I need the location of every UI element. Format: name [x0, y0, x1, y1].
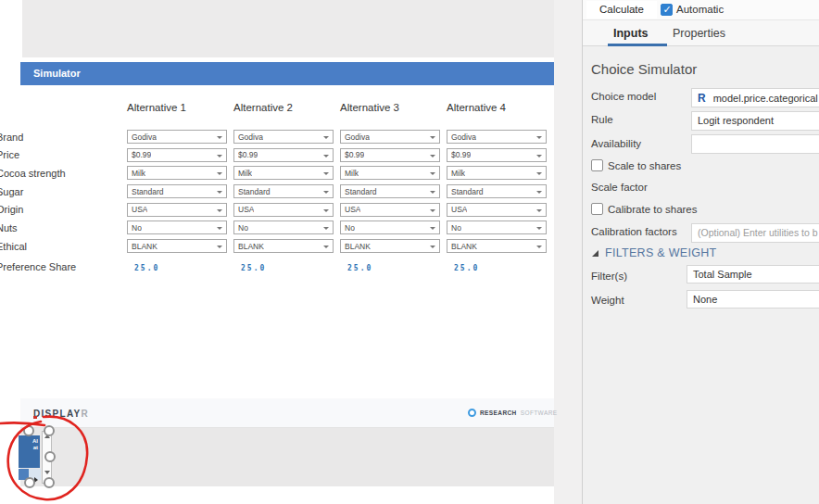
select-value: USA: [345, 205, 360, 214]
brand-select-alt2[interactable]: Godiva: [233, 130, 334, 144]
choice-model-field[interactable]: Rmodel.price.categorical: [691, 88, 819, 107]
chevron-down-icon: [323, 172, 329, 175]
column-header: Alternative 3: [340, 102, 447, 128]
chevron-down-icon: [323, 227, 329, 230]
nuts-select-alt4[interactable]: No: [447, 220, 547, 234]
ethical-select-alt3[interactable]: BLANK: [340, 239, 440, 253]
ethical-select-alt4[interactable]: BLANK: [447, 239, 547, 253]
chevron-down-icon: [217, 191, 222, 194]
brand-select-alt3[interactable]: Godiva: [340, 130, 440, 144]
scale-to-shares-checkbox[interactable]: [591, 159, 603, 171]
origin-select-alt1[interactable]: USA: [127, 203, 227, 217]
select-value: No: [238, 223, 248, 233]
scale-to-shares-row: Scale to shares: [591, 159, 681, 171]
selection-handle[interactable]: [24, 477, 35, 488]
row-label-brand: Brand: [0, 132, 127, 143]
brand-select-alt1[interactable]: Godiva: [127, 130, 227, 144]
tab-inputs[interactable]: Inputs: [613, 27, 649, 40]
weight-value: None: [693, 294, 717, 305]
object-inspector-panel: Calculate Automatic Inputs Properties Ch…: [582, 0, 819, 504]
chevron-down-icon: [323, 209, 329, 212]
row-label-price: Price: [0, 149, 127, 160]
nuts-select-alt3[interactable]: No: [340, 220, 440, 234]
price-select-alt3[interactable]: $0.99: [340, 148, 440, 162]
cocoa-select-alt2[interactable]: Milk: [233, 166, 334, 180]
availability-label: Availability: [591, 138, 641, 149]
sugar-select-alt3[interactable]: Standard: [340, 184, 440, 198]
row-label-preference-share: Preference Share: [0, 256, 127, 272]
chevron-down-icon: [323, 155, 329, 158]
origin-select-alt3[interactable]: USA: [340, 203, 440, 217]
section-title: FILTERS & WEIGHT: [605, 246, 717, 259]
chevron-down-icon: [536, 155, 542, 158]
chevron-down-icon: [430, 246, 435, 248]
scroll-down-icon[interactable]: [44, 471, 50, 474]
chevron-down-icon: [217, 136, 222, 139]
calibrate-to-shares-checkbox[interactable]: [591, 203, 603, 215]
chevron-down-icon: [323, 191, 329, 194]
origin-select-alt4[interactable]: USA: [447, 203, 547, 217]
displayr-logo-r: R: [82, 409, 90, 419]
selection-handle[interactable]: [44, 425, 55, 436]
row-label-ethical: Ethical: [0, 241, 127, 252]
corner-cell: [0, 102, 127, 128]
tab-properties[interactable]: Properties: [673, 27, 725, 40]
active-tab-underline: [608, 44, 667, 46]
mini-table-widget[interactable]: Alat: [19, 435, 40, 468]
nuts-select-alt1[interactable]: No: [127, 220, 227, 234]
brand-select-alt4[interactable]: Godiva: [447, 130, 547, 144]
filters-weight-section-header[interactable]: FILTERS & WEIGHT: [592, 246, 717, 259]
automatic-checkbox[interactable]: [661, 4, 673, 16]
origin-select-alt2[interactable]: USA: [233, 203, 334, 217]
simulator-table: Alternative 1 Alternative 2 Alternative …: [0, 109, 553, 273]
filters-field[interactable]: Total Sample: [687, 265, 819, 284]
selection-handle[interactable]: [44, 451, 56, 462]
select-value: Standard: [132, 187, 164, 196]
calibration-factors-field[interactable]: (Optional) Enter utilities to b: [691, 223, 819, 243]
row-label-sugar: Sugar: [0, 186, 127, 197]
selection-handle[interactable]: [44, 477, 55, 488]
research-label: RESEARCH: [480, 410, 517, 416]
sugar-select-alt4[interactable]: Standard: [447, 184, 547, 198]
chevron-down-icon: [217, 209, 222, 212]
select-value: Milk: [451, 169, 465, 178]
cocoa-select-alt1[interactable]: Milk: [127, 166, 227, 180]
displayr-logo-accent: [33, 416, 37, 419]
calibrate-to-shares-label: Calibrate to shares: [608, 204, 698, 215]
research-software-logo: RESEARCHSOFTWARE: [468, 409, 557, 417]
availability-field[interactable]: [691, 134, 819, 154]
calculate-button[interactable]: Calculate: [586, 1, 657, 19]
preference-share-value-alt1: 25.0: [127, 257, 233, 272]
column-header: Alternative 1: [127, 102, 233, 128]
ethical-select-alt1[interactable]: BLANK: [127, 239, 227, 253]
choice-model-label: Choice model: [591, 91, 656, 102]
select-value: BLANK: [132, 242, 158, 251]
sugar-select-alt2[interactable]: Standard: [233, 184, 334, 198]
select-value: BLANK: [345, 242, 371, 251]
calculate-row: Calculate Automatic: [583, 0, 819, 20]
research-software-icon: [468, 409, 476, 417]
ethical-select-alt2[interactable]: BLANK: [233, 239, 334, 253]
calibrate-to-shares-row: Calibrate to shares: [591, 203, 698, 215]
sugar-select-alt1[interactable]: Standard: [127, 184, 227, 198]
row-label-cocoa: Cocoa strength: [0, 168, 127, 179]
chevron-down-icon: [430, 227, 435, 230]
select-value: Godiva: [238, 132, 263, 142]
canvas-gap-column: [554, 0, 582, 504]
price-select-alt2[interactable]: $0.99: [233, 148, 334, 162]
select-value: Standard: [345, 187, 377, 196]
weight-field[interactable]: None: [687, 290, 819, 309]
chevron-down-icon: [323, 136, 329, 139]
rule-dropdown[interactable]: Logit respondent: [691, 111, 819, 131]
rule-label: Rule: [591, 114, 613, 125]
row-label-origin: Origin: [0, 204, 127, 215]
rule-value: Logit respondent: [698, 115, 774, 126]
cocoa-select-alt4[interactable]: Milk: [447, 166, 547, 180]
price-select-alt4[interactable]: $0.99: [447, 148, 547, 162]
cocoa-select-alt3[interactable]: Milk: [340, 166, 440, 180]
price-select-alt1[interactable]: $0.99: [127, 148, 227, 162]
select-value: USA: [132, 205, 147, 214]
nuts-select-alt2[interactable]: No: [233, 220, 334, 234]
selection-handle[interactable]: [23, 425, 34, 436]
panel-heading: Choice Simulator: [591, 61, 697, 77]
